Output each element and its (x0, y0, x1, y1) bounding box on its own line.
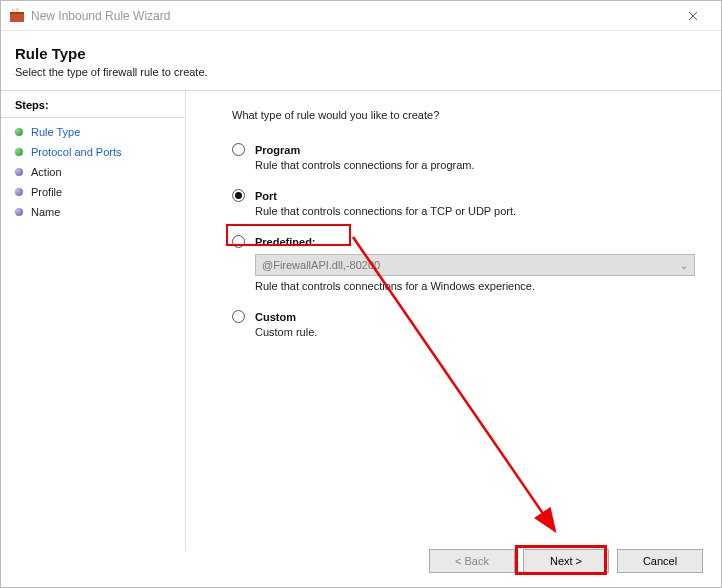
bullet-icon (15, 128, 23, 136)
svg-rect-3 (16, 8, 19, 12)
bullet-icon (15, 208, 23, 216)
option-desc: Rule that controls connections for a Win… (255, 280, 695, 292)
wizard-header: Rule Type Select the type of firewall ru… (1, 31, 721, 90)
option-desc: Custom rule. (255, 326, 695, 338)
window-title: New Inbound Rule Wizard (31, 9, 673, 23)
option-program[interactable]: Program Rule that controls connections f… (232, 143, 695, 171)
step-protocol-ports[interactable]: Protocol and Ports (1, 142, 185, 162)
annotation-highlight-port (226, 224, 351, 246)
option-desc: Rule that controls connections for a TCP… (255, 205, 695, 217)
dropdown-value: @FirewallAPI.dll,-80200 (262, 259, 380, 271)
radio-custom[interactable] (232, 310, 245, 323)
step-label: Action (31, 166, 62, 178)
close-button[interactable] (673, 2, 713, 30)
option-desc: Rule that controls connections for a pro… (255, 159, 695, 171)
option-custom[interactable]: Custom Custom rule. (232, 310, 695, 338)
content-prompt: What type of rule would you like to crea… (232, 109, 695, 121)
step-profile[interactable]: Profile (1, 182, 185, 202)
steps-sidebar: Steps: Rule Type Protocol and Ports Acti… (1, 91, 186, 551)
bullet-icon (15, 168, 23, 176)
page-title: Rule Type (15, 45, 707, 62)
bullet-icon (15, 148, 23, 156)
cancel-button[interactable]: Cancel (617, 549, 703, 573)
step-rule-type[interactable]: Rule Type (1, 122, 185, 142)
bullet-icon (15, 188, 23, 196)
annotation-highlight-next (515, 545, 607, 575)
radio-port[interactable] (232, 189, 245, 202)
option-label: Port (255, 190, 277, 202)
titlebar: New Inbound Rule Wizard (1, 1, 721, 31)
step-label: Protocol and Ports (31, 146, 122, 158)
svg-rect-1 (10, 12, 24, 14)
step-label: Profile (31, 186, 62, 198)
chevron-down-icon: ⌄ (680, 260, 688, 271)
radio-program[interactable] (232, 143, 245, 156)
wizard-body: Steps: Rule Type Protocol and Ports Acti… (1, 90, 721, 551)
option-label: Program (255, 144, 300, 156)
firewall-icon (9, 8, 25, 24)
step-action[interactable]: Action (1, 162, 185, 182)
page-subtitle: Select the type of firewall rule to crea… (15, 66, 707, 78)
step-name[interactable]: Name (1, 202, 185, 222)
step-label: Name (31, 206, 60, 218)
content-pane: What type of rule would you like to crea… (186, 91, 721, 551)
svg-rect-2 (12, 9, 15, 12)
predefined-dropdown: @FirewallAPI.dll,-80200 ⌄ (255, 254, 695, 276)
option-port[interactable]: Port Rule that controls connections for … (232, 189, 695, 217)
step-label: Rule Type (31, 126, 80, 138)
steps-heading: Steps: (1, 99, 185, 118)
option-label: Custom (255, 311, 296, 323)
back-button: < Back (429, 549, 515, 573)
